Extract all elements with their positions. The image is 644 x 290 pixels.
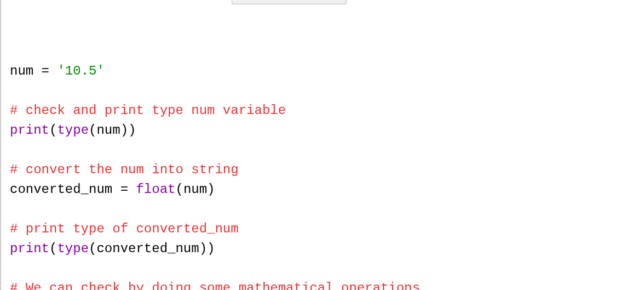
code-token: '10.5' <box>57 64 104 78</box>
code-line[interactable]: converted_num = float(num) <box>10 180 644 200</box>
code-token: ( <box>175 182 183 197</box>
code-line[interactable]: # convert the num into string <box>10 160 644 180</box>
code-token: num <box>96 123 120 138</box>
code-token: # print type of converted_num <box>10 221 239 236</box>
code-token: print <box>10 241 49 256</box>
code-token: ( <box>49 241 57 256</box>
code-token: # convert the num into string <box>10 162 239 177</box>
code-token: # check and print type num variable <box>10 103 286 118</box>
code-token: converted_num <box>10 182 112 197</box>
code-token: ( <box>49 123 57 138</box>
code-token: # We can check by doing some mathematica… <box>10 281 420 290</box>
code-token: ) <box>207 241 215 256</box>
code-token: ( <box>89 123 96 138</box>
code-token: ( <box>89 241 96 256</box>
code-token: ) <box>128 123 136 138</box>
code-token: ) <box>120 123 128 138</box>
code-line[interactable] <box>10 140 644 160</box>
toolbar-fragment <box>232 0 347 4</box>
code-token: = <box>112 182 136 197</box>
code-line[interactable] <box>10 81 644 101</box>
code-token: num <box>10 64 33 78</box>
code-line[interactable]: # check and print type num variable <box>10 101 644 121</box>
code-token: converted_num <box>96 241 199 256</box>
code-line[interactable]: print(type(converted_num)) <box>10 239 644 259</box>
code-token: ) <box>207 182 215 197</box>
code-editor[interactable]: num = '10.5' # check and print type num … <box>10 2 644 290</box>
code-token: type <box>57 123 89 138</box>
code-line[interactable] <box>10 200 644 219</box>
code-token: float <box>136 182 175 197</box>
code-token: type <box>57 241 89 256</box>
code-line[interactable] <box>10 259 644 278</box>
code-token: ) <box>199 241 207 256</box>
code-token: num <box>183 182 207 197</box>
code-line[interactable]: num = '10.5' <box>10 61 644 81</box>
code-line[interactable]: # print type of converted_num <box>10 219 644 239</box>
code-token: = <box>33 64 57 78</box>
code-token: print <box>10 123 49 138</box>
code-line[interactable]: print(type(num)) <box>10 121 644 140</box>
code-line[interactable]: # We can check by doing some mathematica… <box>10 278 644 290</box>
